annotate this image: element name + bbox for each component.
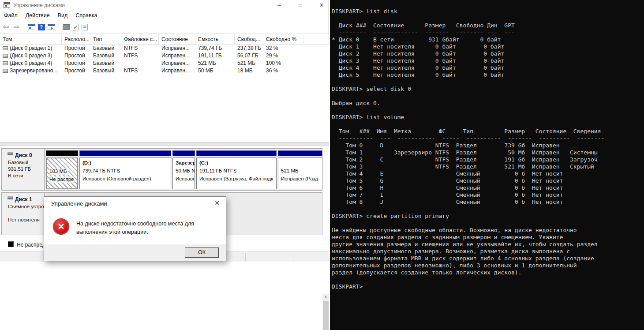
- terminal-line: Диск 2 Нет носителя 0 байт 0 байт: [332, 50, 644, 57]
- dialog-close-icon[interactable]: ✕: [213, 199, 221, 206]
- column-header[interactable]: Том: [0, 34, 62, 45]
- table-cell: (Диск 0 раздел 1): [7, 45, 62, 51]
- terminal-line: использованием формата MBR и диск содерж…: [332, 255, 644, 262]
- table-cell: 100 %: [263, 60, 303, 66]
- table-cell: NTFS: [121, 52, 159, 59]
- unallocated-partition[interactable]: 103 МБНе распре: [46, 158, 78, 189]
- column-header[interactable]: Тип: [90, 34, 121, 45]
- forward-icon[interactable]: ⇨: [13, 23, 19, 31]
- column-header[interactable]: [303, 34, 329, 45]
- terminal-line: [332, 15, 644, 22]
- terminal-line: [332, 206, 644, 213]
- partition-block[interactable]: 521 МБИсправен (Разд: [278, 158, 322, 189]
- unallocated-strip: [46, 150, 78, 156]
- table-row[interactable]: Зарезервировано...ПростойБазовыйNTFSИспр…: [0, 67, 329, 75]
- help-icon[interactable]: ?: [38, 24, 45, 30]
- scroll-thumb[interactable]: [323, 301, 329, 330]
- table-cell: Исправен...: [159, 68, 195, 74]
- toolbar: ⇦⇨?: [0, 20, 329, 34]
- table-cell: 739,74 ГБ: [195, 45, 235, 51]
- menu-item-вид[interactable]: Вид: [54, 11, 72, 19]
- menu-bar: ФайлДействиеВидСправка: [0, 11, 329, 20]
- table-row[interactable]: (Диск 0 раздел 3)ПростойБазовыйNTFSИспра…: [0, 52, 329, 60]
- terminal-line: Том 5 G Сменный 0 б Нет носит: [332, 177, 644, 184]
- console-tree-icon[interactable]: [28, 24, 35, 30]
- terminal-line: места для создания раздела с заданным ра…: [332, 234, 644, 241]
- disk0-panel[interactable]: Диск 0 Базовый 931,51 ГБ В сети: [2, 149, 45, 190]
- partition-block[interactable]: (D:)739,74 ГБ NTFSИсправен (Основной раз…: [79, 158, 171, 189]
- status-separator: [293, 253, 293, 261]
- disk0-size: 931,51 ГБ: [8, 166, 44, 172]
- window-title: Управление дисками: [13, 2, 65, 8]
- disk1-spacer: [8, 210, 44, 217]
- terminal-line: [332, 93, 644, 100]
- partition-name: Зарезер: [176, 160, 195, 167]
- balloon-icon[interactable]: [63, 24, 70, 30]
- partition-block[interactable]: Зарезер50 МБ NИсправе: [172, 158, 195, 189]
- table-row[interactable]: (Диск 0 раздел 1)ПростойБазовыйNTFSИспра…: [0, 45, 329, 52]
- column-header[interactable]: Располо...: [62, 34, 90, 45]
- action-pane-icon[interactable]: [48, 24, 55, 30]
- terminal-line: максимально допустимого размера. Возможн…: [332, 248, 644, 255]
- menu-item-справка[interactable]: Справка: [71, 11, 101, 19]
- check-document-icon[interactable]: [73, 24, 79, 30]
- toolbar-separator: [59, 23, 59, 31]
- back-icon[interactable]: ⇦: [3, 23, 9, 31]
- partition-strip: [278, 150, 322, 156]
- terminal-line: DISKPART> list disk: [332, 8, 644, 15]
- table-cell: Базовый: [90, 45, 121, 51]
- disk-icon: [7, 198, 13, 199]
- maximize-button[interactable]: □: [294, 1, 307, 9]
- scroll-up-icon[interactable]: ˄: [322, 294, 329, 300]
- dialog-footer: ОК: [44, 244, 226, 261]
- unallocated-swatch: [8, 241, 14, 247]
- terminal-line: ---------- --- ----------- ----- -------…: [332, 135, 644, 142]
- status-separator: [245, 253, 246, 261]
- minimize-button[interactable]: –: [273, 1, 286, 9]
- partition-strip: [172, 150, 195, 156]
- dialog-title: Управление дисками: [51, 200, 107, 207]
- disk1-panel[interactable]: Диск 1 Съемное устройство Нет носителя: [2, 193, 45, 235]
- table-cell: Базовый: [90, 52, 121, 59]
- terminal-line: DISKPART> create partition primary: [332, 213, 644, 220]
- terminal-line: [332, 79, 644, 86]
- column-header[interactable]: Емкость: [195, 34, 235, 45]
- diskpart-terminal[interactable]: DISKPART> list disk Диск ### Состояние Р…: [330, 0, 644, 330]
- close-button[interactable]: ✕: [315, 1, 328, 9]
- table-cell: Исправен...: [159, 60, 195, 66]
- column-header[interactable]: Файловая с...: [121, 34, 159, 45]
- terminal-line: [332, 276, 644, 283]
- table-cell: Простой: [62, 68, 90, 74]
- dialog-message: На диске недостаточно свободного места д…: [76, 220, 224, 236]
- terminal-line: DISKPART> select disk 0: [332, 86, 644, 93]
- disk0-status: В сети: [8, 172, 44, 179]
- menu-item-действие[interactable]: Действие: [22, 11, 54, 19]
- disk0-name: Диск 0: [15, 152, 44, 158]
- partition-status: Исправен (Загрузка, Файл подк: [199, 176, 276, 183]
- partition-size: 50 МБ N: [176, 168, 195, 175]
- table-cell: Простой: [62, 60, 90, 66]
- vertical-scrollbar[interactable]: ˄ ˅: [322, 294, 329, 330]
- properties-icon[interactable]: [82, 24, 88, 30]
- menu-item-файл[interactable]: Файл: [0, 11, 22, 19]
- terminal-line: Том 7 I Сменный 0 б Нет носит: [332, 191, 644, 199]
- table-row[interactable]: (Диск 0 раздел 4)ПростойБазовыйИсправен.…: [0, 60, 329, 67]
- column-header[interactable]: Свобод...: [235, 34, 263, 45]
- partition-size: 103 МБ: [49, 169, 68, 175]
- column-header[interactable]: Состояние: [159, 34, 195, 45]
- volume-table: (Диск 0 раздел 1)ПростойБазовыйNTFSИспра…: [0, 45, 329, 142]
- legend-label: Не распределена: [17, 242, 43, 248]
- terminal-line: Том 1 Зарезервиро NTFS Раздел 50 Мб Испр…: [332, 149, 644, 156]
- partition-block[interactable]: (C:)191,11 ГБ NTFSИсправен (Загрузка, Фа…: [196, 158, 277, 189]
- disk1-name: Диск 1: [15, 196, 44, 202]
- terminal-line: Том 4 E Сменный 0 б Нет носит: [332, 170, 644, 177]
- table-cell: 56,07 ГБ: [235, 52, 263, 59]
- error-dialog: Управление дисками ✕ На диске недостаточ…: [44, 196, 226, 261]
- table-cell: NTFS: [121, 45, 159, 51]
- pane-splitter[interactable]: [0, 142, 329, 146]
- ok-button[interactable]: ОК: [185, 248, 219, 258]
- table-cell: (Диск 0 раздел 3): [7, 52, 62, 59]
- terminal-line: Том 6 H Сменный 0 б Нет носит: [332, 184, 644, 191]
- table-cell: Простой: [62, 52, 90, 59]
- column-header[interactable]: Свободно %: [263, 34, 303, 45]
